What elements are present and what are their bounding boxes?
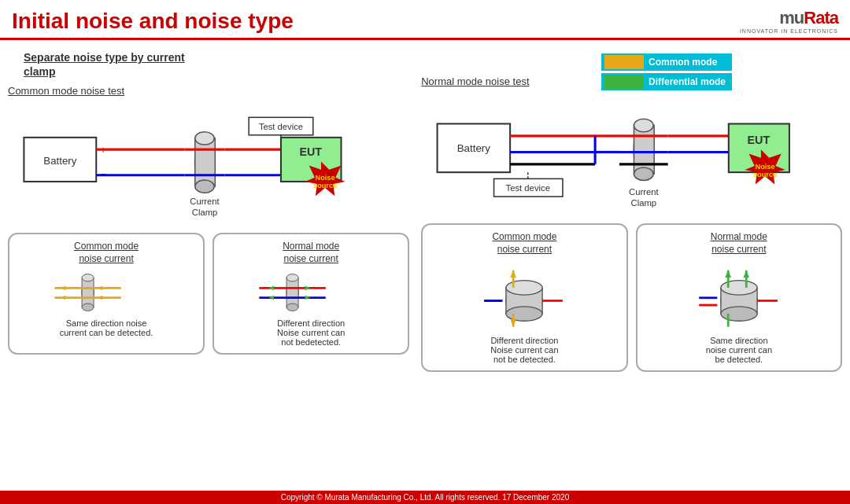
left-common-title: Common modenoise current xyxy=(16,241,197,265)
svg-point-84 xyxy=(721,281,757,295)
svg-text:Noise: Noise xyxy=(316,174,335,182)
svg-rect-25 xyxy=(82,278,94,307)
svg-marker-40 xyxy=(269,285,275,290)
footer: Copyright © Murata Manufacturing Co., Lt… xyxy=(0,491,850,504)
right-diagram-section: Normal mode noise test Battery xyxy=(421,75,842,372)
svg-text:Current: Current xyxy=(190,197,220,206)
svg-point-36 xyxy=(286,304,298,311)
svg-marker-33 xyxy=(98,295,103,300)
svg-point-83 xyxy=(721,307,757,321)
footer-date: 17 December 2020 xyxy=(502,493,569,502)
svg-text:Test device: Test device xyxy=(506,183,551,193)
page-title: Initial noise and noise type xyxy=(12,9,294,34)
svg-rect-52 xyxy=(634,125,655,174)
left-common-box: Common modenoise current xyxy=(8,233,205,354)
svg-rect-7 xyxy=(195,138,216,186)
legend-color-differential xyxy=(604,75,644,89)
svg-point-27 xyxy=(82,274,94,281)
left-diagram-title: Common mode noise test xyxy=(8,85,409,97)
left-diagram-section: Common mode noise test Battery + − xyxy=(8,85,409,354)
header: Initial noise and noise type muRata INNO… xyxy=(0,0,850,40)
right-normal-box: Normal modenoise current xyxy=(636,223,842,372)
right-normal-title: Normal modenoise current xyxy=(644,231,834,256)
legend-color-common xyxy=(604,55,644,69)
svg-text:source: source xyxy=(753,171,777,178)
svg-point-54 xyxy=(634,119,654,131)
right-normal-desc: Same directionnoise current canbe detect… xyxy=(644,336,834,364)
svg-marker-32 xyxy=(61,295,66,300)
right-bottom-row: Common modenoise current xyxy=(421,223,842,372)
svg-marker-76 xyxy=(511,270,516,278)
left-circuit: Battery + − xyxy=(8,101,409,226)
logo-text: muRata xyxy=(779,8,838,28)
svg-text:Battery: Battery xyxy=(457,142,491,154)
svg-marker-30 xyxy=(61,285,66,290)
svg-text:Clamp: Clamp xyxy=(192,208,217,217)
right-circuit: Battery xyxy=(421,91,842,217)
legend: Common mode Differential mode xyxy=(601,53,732,90)
svg-rect-35 xyxy=(286,278,298,307)
left-bottom-row: Common modenoise current xyxy=(8,233,409,354)
svg-marker-41 xyxy=(305,285,311,290)
right-common-box: Common modenoise current xyxy=(421,223,627,372)
legend-label-differential: Differential mode xyxy=(649,76,726,87)
svg-marker-43 xyxy=(269,295,275,300)
svg-text:source: source xyxy=(313,182,337,189)
logo-sub: INNOVATOR IN ELECTRONICS xyxy=(740,28,838,34)
svg-text:Test device: Test device xyxy=(259,122,303,131)
svg-point-8 xyxy=(195,180,214,193)
svg-point-73 xyxy=(506,281,542,295)
svg-text:Current: Current xyxy=(629,187,660,197)
svg-marker-90 xyxy=(743,270,748,278)
svg-text:EUT: EUT xyxy=(748,134,771,146)
svg-point-37 xyxy=(286,274,298,281)
legend-item-common: Common mode xyxy=(601,53,732,71)
left-normal-title: Normal modenoise current xyxy=(220,241,401,265)
svg-marker-88 xyxy=(725,270,730,278)
right-panel: Normal mode noise test Battery xyxy=(409,44,842,492)
svg-point-53 xyxy=(634,167,654,180)
svg-point-9 xyxy=(195,132,214,145)
murata-logo: muRata INNOVATOR IN ELECTRONICS xyxy=(740,8,838,34)
svg-point-26 xyxy=(82,304,94,311)
left-normal-box: Normal modenoise current xyxy=(213,233,409,354)
svg-text:Battery: Battery xyxy=(43,155,76,167)
svg-point-72 xyxy=(506,307,542,321)
svg-text:EUT: EUT xyxy=(299,146,322,159)
svg-marker-42 xyxy=(305,295,311,300)
svg-text:Clamp: Clamp xyxy=(631,198,657,208)
left-panel: Separate noise type by current clamp Com… xyxy=(8,44,409,492)
left-common-desc: Same direction noisecurrent can be detec… xyxy=(16,318,197,337)
svg-marker-77 xyxy=(511,320,516,327)
svg-marker-31 xyxy=(98,285,103,290)
subheading: Separate noise type by current clamp xyxy=(24,50,409,79)
right-common-desc: Different directionNoise current cannot … xyxy=(429,336,619,364)
left-normal-desc: Different directionNoise current cannot … xyxy=(220,318,401,347)
svg-text:Noise: Noise xyxy=(756,163,775,171)
legend-label-common: Common mode xyxy=(649,57,717,68)
right-common-title: Common modenoise current xyxy=(429,231,619,256)
legend-item-differential: Differential mode xyxy=(601,73,732,90)
footer-text: Copyright © Murata Manufacturing Co., Lt… xyxy=(281,493,501,502)
